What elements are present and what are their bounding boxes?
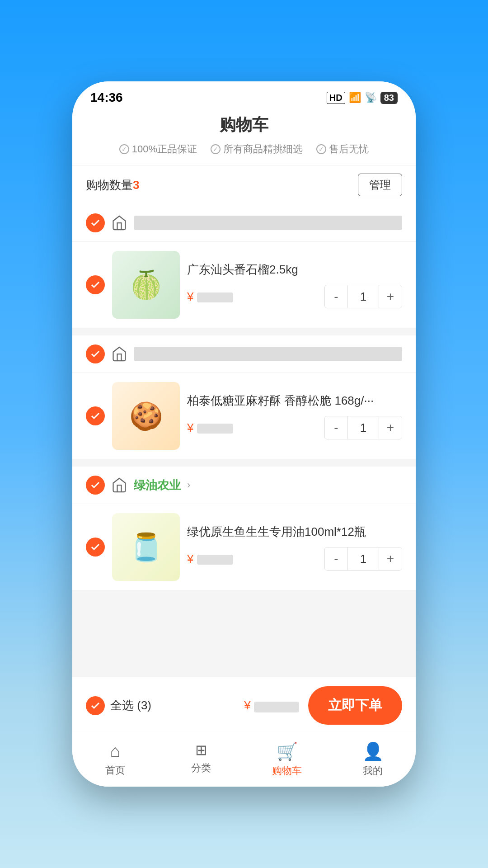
store-icon-2 [111, 346, 127, 362]
product-3-quantity-input[interactable] [347, 547, 379, 570]
seller-3-name[interactable]: 绿油农业 [134, 477, 181, 493]
cart-count-label: 购物数量3 [86, 177, 139, 193]
seller-section-3: 绿油农业 › 🫙 绿优原生鱼生生专用油100ml*12瓶 ¥ - [72, 467, 416, 590]
badge-authentic: ✓ 100%正品保证 [119, 142, 197, 156]
phone-frame: 14:36 HD 📶 📡 83 购物车 ✓ 100%正品保证 ✓ 所有商品精挑细… [72, 81, 416, 787]
product-1-price-row: ¥ - + [187, 285, 402, 308]
seller-3-checkbox[interactable] [86, 476, 105, 495]
product-2-price: ¥ [187, 421, 233, 435]
product-item-1: 🍈 广东汕头番石榴2.5kg ¥ - + [72, 242, 416, 328]
page-title: 购物车 [72, 114, 416, 136]
badge-aftersale: ✓ 售后无忧 [316, 142, 369, 156]
product-1-checkbox[interactable] [86, 275, 105, 294]
check-icon-1: ✓ [119, 144, 129, 154]
status-icons: HD 📶 📡 83 [327, 92, 398, 104]
cart-icon: 🛒 [277, 741, 298, 761]
product-3-quantity-control: - + [324, 547, 402, 571]
badge-text-3: 售后无忧 [329, 142, 369, 156]
footer-price-label: ¥ [244, 698, 254, 712]
product-1-image: 🍈 [112, 251, 180, 319]
product-3-price-row: ¥ - + [187, 547, 402, 571]
product-1-name: 广东汕头番石榴2.5kg [187, 261, 402, 278]
product-3-decrease-button[interactable]: - [325, 547, 347, 570]
badge-selected: ✓ 所有商品精挑细选 [211, 142, 303, 156]
product-3-checkbox[interactable] [86, 538, 105, 557]
product-2-quantity-control: - + [324, 416, 402, 439]
status-bar: 14:36 HD 📶 📡 83 [72, 81, 416, 109]
bottom-nav: ⌂ 首页 ⊞ 分类 🛒 购物车 👤 我的 [72, 734, 416, 787]
product-2-checkbox[interactable] [86, 406, 105, 425]
seller-2-checkbox[interactable] [86, 344, 105, 363]
select-all-checkbox[interactable] [86, 696, 105, 715]
product-2-quantity-input[interactable] [347, 416, 379, 439]
manage-button[interactable]: 管理 [358, 174, 402, 196]
wifi-icon: 📡 [365, 92, 377, 104]
nav-item-cart[interactable]: 🛒 购物车 [244, 734, 330, 787]
select-all-wrap: 全选 (3) [86, 696, 151, 715]
nav-item-profile[interactable]: 👤 我的 [330, 734, 416, 787]
nav-label-profile: 我的 [363, 764, 383, 778]
nav-label-cart: 购物车 [272, 764, 302, 778]
footer-price-value [254, 702, 299, 712]
product-1-quantity-input[interactable] [347, 285, 379, 308]
product-item-2: 🍪 柏泰低糖亚麻籽酥 香醇松脆 168g/··· ¥ - + [72, 373, 416, 459]
empty-area [72, 598, 416, 643]
checkout-button[interactable]: 立即下单 [308, 686, 402, 725]
battery-icon: 83 [380, 92, 398, 104]
product-2-name: 柏泰低糖亚麻籽酥 香醇松脆 168g/··· [187, 392, 402, 409]
product-2-info: 柏泰低糖亚麻籽酥 香醇松脆 168g/··· ¥ - + [187, 392, 402, 439]
product-3-info: 绿优原生鱼生生专用油100ml*12瓶 ¥ - + [187, 524, 402, 571]
home-icon: ⌂ [110, 741, 121, 761]
seller-header-1 [72, 204, 416, 242]
product-1-quantity-control: - + [324, 285, 402, 308]
signal-icon: 📶 [349, 92, 361, 104]
product-item-3: 🫙 绿优原生鱼生生专用油100ml*12瓶 ¥ - + [72, 504, 416, 590]
store-icon-3 [111, 477, 127, 493]
seller-section-2: 🍪 柏泰低糖亚麻籽酥 香醇松脆 168g/··· ¥ - + [72, 335, 416, 459]
check-icon-2: ✓ [211, 144, 221, 154]
select-all-label: 全选 (3) [110, 698, 151, 713]
product-2-decrease-button[interactable]: - [325, 416, 347, 439]
seller-header-2 [72, 335, 416, 373]
status-time: 14:36 [90, 90, 123, 105]
seller-2-name [134, 347, 402, 361]
seller-section-1: 🍈 广东汕头番石榴2.5kg ¥ - + [72, 204, 416, 328]
main-content: 🍈 广东汕头番石榴2.5kg ¥ - + [72, 204, 416, 677]
product-1-info: 广东汕头番石榴2.5kg ¥ - + [187, 261, 402, 308]
badge-text-2: 所有商品精挑细选 [223, 142, 303, 156]
hd-icon: HD [327, 92, 345, 104]
product-3-price: ¥ [187, 552, 233, 566]
product-1-decrease-button[interactable]: - [325, 285, 347, 308]
product-3-name: 绿优原生鱼生生专用油100ml*12瓶 [187, 524, 402, 540]
product-2-price-row: ¥ - + [187, 416, 402, 439]
product-2-increase-button[interactable]: + [379, 416, 402, 439]
product-1-increase-button[interactable]: + [379, 285, 402, 308]
header-badges: ✓ 100%正品保证 ✓ 所有商品精挑细选 ✓ 售后无忧 [72, 142, 416, 156]
product-2-image: 🍪 [112, 382, 180, 450]
store-icon-1 [111, 215, 127, 231]
nav-label-category: 分类 [191, 761, 211, 775]
seller-3-arrow: › [187, 479, 190, 491]
seller-1-name [134, 216, 402, 230]
badge-text-1: 100%正品保证 [132, 142, 197, 156]
category-icon: ⊞ [195, 741, 207, 759]
product-1-price: ¥ [187, 290, 233, 304]
footer-bar: 全选 (3) ¥ 立即下单 [72, 677, 416, 734]
page-header: 购物车 ✓ 100%正品保证 ✓ 所有商品精挑细选 ✓ 售后无忧 [72, 109, 416, 165]
cart-count-bar: 购物数量3 管理 [72, 165, 416, 204]
product-3-image: 🫙 [112, 513, 180, 581]
seller-1-checkbox[interactable] [86, 213, 105, 232]
nav-item-home[interactable]: ⌂ 首页 [72, 734, 158, 787]
nav-item-category[interactable]: ⊞ 分类 [158, 734, 244, 787]
seller-header-3: 绿油农业 › [72, 467, 416, 504]
nav-label-home: 首页 [105, 764, 125, 777]
footer-price-area: ¥ [160, 698, 299, 713]
product-3-increase-button[interactable]: + [379, 547, 402, 570]
profile-icon: 👤 [362, 741, 384, 761]
check-icon-3: ✓ [316, 144, 326, 154]
